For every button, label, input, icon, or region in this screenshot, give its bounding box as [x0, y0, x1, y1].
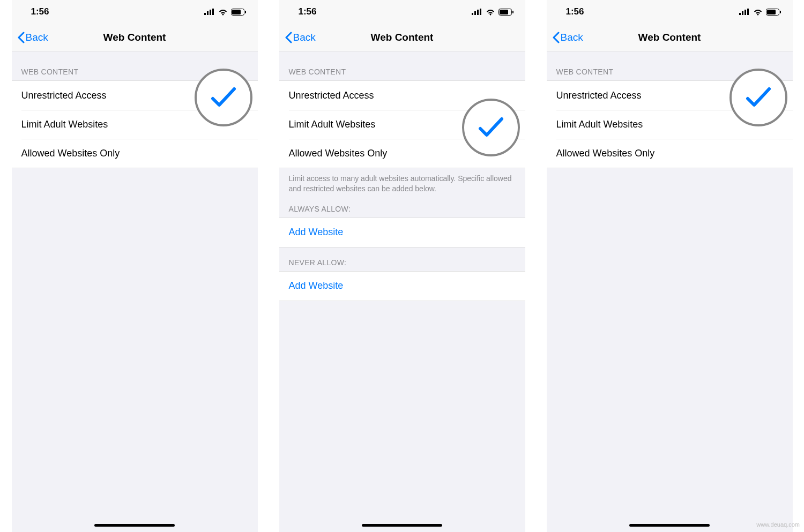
- phone-screen-2: 1:56 Back Web Content WEB CONTENT Unrest…: [279, 0, 525, 532]
- svg-rect-12: [500, 10, 508, 14]
- chevron-left-icon: [552, 32, 560, 43]
- back-label: Back: [293, 32, 316, 43]
- page-title: Web Content: [103, 32, 166, 43]
- section-header-always-allow: ALWAYS ALLOW:: [279, 194, 525, 218]
- content-area: WEB CONTENT Unrestricted Access Limit Ad…: [12, 51, 258, 168]
- svg-rect-5: [232, 10, 241, 14]
- option-list: Unrestricted Access Limit Adult Websites…: [279, 80, 525, 168]
- option-label: Limit Adult Websites: [289, 119, 376, 130]
- option-unrestricted-access[interactable]: Unrestricted Access: [279, 81, 525, 110]
- status-bar: 1:56: [279, 0, 525, 24]
- option-list: Unrestricted Access Limit Adult Websites…: [12, 80, 258, 168]
- option-list: Unrestricted Access Limit Adult Websites…: [547, 80, 793, 168]
- checkmark-icon: [236, 89, 248, 102]
- section-header-never-allow: NEVER ALLOW:: [279, 248, 525, 271]
- never-allow-list: Add Website: [279, 271, 525, 301]
- svg-rect-10: [480, 9, 481, 15]
- section-header-web-content: WEB CONTENT: [12, 51, 258, 80]
- wifi-icon: [753, 9, 763, 16]
- section-header-web-content: WEB CONTENT: [279, 51, 525, 80]
- svg-rect-8: [474, 11, 476, 15]
- option-label: Allowed Websites Only: [556, 148, 655, 159]
- svg-rect-17: [747, 9, 749, 15]
- option-limit-adult-websites[interactable]: Limit Adult Websites: [12, 110, 258, 139]
- svg-rect-3: [212, 9, 214, 15]
- add-website-label: Add Website: [289, 227, 344, 238]
- battery-icon: [231, 9, 246, 16]
- svg-rect-16: [745, 10, 746, 15]
- status-icons: [739, 9, 781, 16]
- add-website-always-button[interactable]: Add Website: [279, 218, 525, 247]
- section-header-web-content: WEB CONTENT: [547, 51, 793, 80]
- option-label: Allowed Websites Only: [289, 148, 388, 159]
- svg-rect-13: [512, 11, 513, 13]
- phone-screen-1: 1:56 Back Web Content WEB CONTENT Unrest…: [12, 0, 258, 532]
- option-unrestricted-access[interactable]: Unrestricted Access: [547, 81, 793, 110]
- always-allow-list: Add Website: [279, 218, 525, 248]
- option-limit-adult-websites[interactable]: Limit Adult Websites: [279, 110, 525, 139]
- section-footer-text: Limit access to many adult websites auto…: [279, 168, 525, 194]
- status-icons: [204, 9, 246, 16]
- svg-rect-14: [739, 13, 741, 15]
- back-button[interactable]: Back: [12, 32, 48, 43]
- cellular-icon: [204, 9, 215, 15]
- wifi-icon: [486, 9, 495, 16]
- content-area: WEB CONTENT Unrestricted Access Limit Ad…: [279, 51, 525, 301]
- home-indicator[interactable]: [94, 524, 175, 527]
- battery-icon: [498, 9, 513, 16]
- option-limit-adult-websites[interactable]: Limit Adult Websites: [547, 110, 793, 139]
- svg-rect-9: [477, 10, 479, 15]
- svg-rect-19: [767, 10, 776, 14]
- content-area: WEB CONTENT Unrestricted Access Limit Ad…: [547, 51, 793, 168]
- back-label: Back: [26, 32, 48, 43]
- svg-rect-0: [204, 13, 206, 15]
- page-title: Web Content: [371, 32, 434, 43]
- svg-rect-20: [780, 11, 781, 13]
- checkmark-icon: [504, 118, 516, 131]
- checkmark-icon: [771, 89, 783, 102]
- back-button[interactable]: Back: [279, 32, 316, 43]
- status-icons: [472, 9, 513, 16]
- page-title: Web Content: [638, 32, 701, 43]
- navigation-bar: Back Web Content: [547, 24, 793, 51]
- option-label: Unrestricted Access: [556, 90, 642, 101]
- option-unrestricted-access[interactable]: Unrestricted Access: [12, 81, 258, 110]
- option-label: Limit Adult Websites: [21, 119, 108, 130]
- battery-icon: [766, 9, 781, 16]
- status-time: 1:56: [299, 6, 317, 17]
- back-button[interactable]: Back: [547, 32, 583, 43]
- wifi-icon: [218, 9, 228, 16]
- status-time: 1:56: [566, 6, 584, 17]
- watermark-text: www.deuaq.com: [756, 521, 800, 528]
- svg-rect-6: [245, 11, 246, 13]
- home-indicator[interactable]: [629, 524, 710, 527]
- add-website-label: Add Website: [289, 280, 344, 291]
- navigation-bar: Back Web Content: [12, 24, 258, 51]
- add-website-never-button[interactable]: Add Website: [279, 272, 525, 301]
- option-allowed-websites-only[interactable]: Allowed Websites Only: [279, 139, 525, 168]
- option-label: Unrestricted Access: [289, 90, 374, 101]
- svg-rect-2: [210, 10, 211, 15]
- status-bar: 1:56: [12, 0, 258, 24]
- home-indicator[interactable]: [362, 524, 442, 527]
- svg-rect-1: [207, 11, 209, 15]
- status-bar: 1:56: [547, 0, 793, 24]
- status-time: 1:56: [31, 6, 49, 17]
- cellular-icon: [472, 9, 482, 15]
- option-label: Unrestricted Access: [21, 90, 107, 101]
- option-label: Allowed Websites Only: [21, 148, 120, 159]
- chevron-left-icon: [17, 32, 25, 43]
- option-label: Limit Adult Websites: [556, 119, 643, 130]
- option-allowed-websites-only[interactable]: Allowed Websites Only: [547, 139, 793, 168]
- svg-rect-15: [742, 11, 743, 15]
- phone-screen-3: 1:56 Back Web Content WEB CONTENT Unrest…: [547, 0, 793, 532]
- svg-rect-7: [472, 13, 473, 15]
- option-allowed-websites-only[interactable]: Allowed Websites Only: [12, 139, 258, 168]
- cellular-icon: [739, 9, 750, 15]
- chevron-left-icon: [285, 32, 292, 43]
- back-label: Back: [561, 32, 583, 43]
- navigation-bar: Back Web Content: [279, 24, 525, 51]
